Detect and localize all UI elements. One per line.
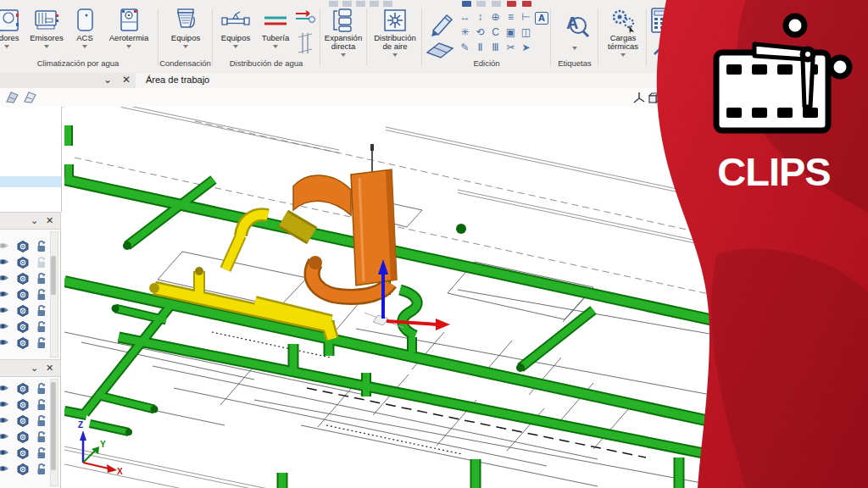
layer-hexagon-icon[interactable] bbox=[17, 415, 29, 427]
ribbon-button-distribucion-aire[interactable]: Distribución de aire bbox=[369, 7, 421, 57]
panel-scrollbar[interactable] bbox=[50, 231, 58, 358]
visibility-eye-icon[interactable] bbox=[0, 431, 9, 441]
edit-arc-icon[interactable]: C bbox=[488, 25, 503, 40]
axes-tripod-icon[interactable] bbox=[632, 91, 646, 105]
edit-cut-icon[interactable]: ✂ bbox=[504, 41, 518, 55]
ribbon-button-riser-pipe[interactable] bbox=[294, 30, 316, 59]
edit-move-vertical-icon[interactable]: ↕ bbox=[473, 10, 487, 25]
dropdown-arrow-icon bbox=[4, 45, 9, 48]
ribbon-button-emisores[interactable]: Emisores bbox=[25, 7, 68, 48]
ribbon-button-draw[interactable] bbox=[426, 10, 455, 41]
ribbon-button-cargas-termicas[interactable]: Cargas térmicas bbox=[602, 7, 644, 57]
visibility-eye-icon[interactable] bbox=[0, 399, 9, 409]
toolbar-fragment-icon[interactable] bbox=[342, 1, 352, 7]
layer-hexagon-icon[interactable] bbox=[17, 289, 29, 301]
visibility-eye-icon[interactable] bbox=[0, 415, 9, 425]
layer-hexagon-icon[interactable] bbox=[17, 241, 29, 252]
cube-3d-icon[interactable] bbox=[647, 91, 662, 105]
tab-collapse-chevron-icon[interactable]: ⌄ bbox=[103, 74, 112, 86]
panel-collapse-chevron-icon[interactable]: ⌄ bbox=[31, 215, 38, 226]
lock-open-icon[interactable] bbox=[36, 383, 47, 395]
lock-open-icon[interactable] bbox=[36, 463, 47, 475]
panel-scrollbar[interactable] bbox=[50, 379, 58, 486]
edit-array-icon[interactable]: ✳ bbox=[458, 25, 472, 40]
edit-copy-icon[interactable]: ▣ bbox=[504, 25, 518, 40]
edit-move-icon[interactable]: ⊕ bbox=[488, 10, 503, 25]
ribbon-button-acs[interactable]: ACS bbox=[68, 7, 102, 48]
toolbar-fragment-icon[interactable] bbox=[522, 1, 531, 7]
tab-area-de-trabajo[interactable]: Área de trabajo bbox=[136, 73, 868, 88]
edit-measure-icon[interactable]: ◫ bbox=[519, 25, 533, 40]
layer-hexagon-icon[interactable] bbox=[17, 447, 29, 459]
lock-open-icon[interactable] bbox=[36, 431, 47, 443]
lock-open-icon[interactable] bbox=[36, 321, 47, 333]
orbit-view-icon[interactable] bbox=[661, 92, 673, 103]
ribbon-button-expansion-directa[interactable]: Expansión directa bbox=[320, 7, 366, 57]
visibility-eye-icon[interactable] bbox=[0, 273, 9, 283]
panel-close-icon[interactable]: ✕ bbox=[46, 215, 53, 226]
panel-close-icon[interactable]: ✕ bbox=[46, 363, 53, 374]
ribbon-button-tuberia[interactable]: Tubería bbox=[257, 7, 294, 48]
visibility-eye-icon[interactable] bbox=[0, 383, 9, 393]
edit-pin-icon[interactable]: ➤ bbox=[519, 41, 533, 55]
toolbar-fragment-icon[interactable] bbox=[383, 1, 392, 7]
ribbon-button-aerotermia[interactable]: Aerotermia bbox=[103, 7, 154, 48]
edit-sketch-icon[interactable]: ✎ bbox=[458, 41, 472, 55]
panel-collapse-chevron-icon[interactable]: ⌄ bbox=[31, 363, 38, 374]
edit-align-icon[interactable]: ≡ bbox=[504, 10, 518, 25]
panel-scrollbar-thumb[interactable] bbox=[51, 382, 56, 470]
layer-hexagon-icon[interactable] bbox=[17, 257, 29, 269]
ribbon-button-wizard[interactable] bbox=[651, 36, 675, 61]
toolbar-fragment-icon[interactable] bbox=[492, 1, 501, 7]
visibility-eye-icon[interactable] bbox=[0, 321, 9, 331]
lock-open-icon[interactable] bbox=[36, 399, 47, 411]
ribbon-button-water-return[interactable] bbox=[294, 8, 316, 30]
ribbon-button-equipos-condensacion[interactable]: Equipos bbox=[163, 7, 209, 48]
ribbon-button-acumuladores[interactable]: adores bbox=[0, 7, 27, 48]
toolbar-fragment-icon[interactable] bbox=[370, 1, 379, 7]
visibility-eye-icon[interactable] bbox=[0, 305, 9, 315]
layer-hexagon-icon[interactable] bbox=[17, 399, 29, 411]
lock-open-icon[interactable] bbox=[36, 447, 47, 459]
toolbar-fragment-icon[interactable] bbox=[476, 1, 486, 7]
ribbon-button-etiquetas[interactable]: A bbox=[559, 10, 590, 44]
layer-hexagon-icon[interactable] bbox=[17, 321, 29, 333]
visibility-eye-icon[interactable] bbox=[0, 337, 9, 347]
edit-text-icon[interactable]: A bbox=[535, 12, 548, 25]
toolbar-fragment-icon[interactable] bbox=[329, 1, 338, 7]
layer-hexagon-icon[interactable] bbox=[17, 273, 29, 285]
toolbar-fragment-icon[interactable] bbox=[356, 1, 365, 7]
toolbar-fragment-icon[interactable] bbox=[507, 1, 516, 7]
visibility-eye-icon[interactable] bbox=[0, 447, 9, 458]
layer-hexagon-icon[interactable] bbox=[17, 305, 29, 317]
visibility-eye-icon[interactable] bbox=[0, 241, 9, 251]
edit-columns3-icon[interactable]: Ⅲ bbox=[488, 41, 503, 55]
ribbon-button-equipos-agua[interactable]: Equipos bbox=[215, 7, 256, 48]
edit-columns2-icon[interactable]: Ⅱ bbox=[473, 41, 487, 55]
view-page-alt-icon[interactable] bbox=[23, 91, 37, 103]
panel-scrollbar-thumb[interactable] bbox=[51, 256, 56, 295]
tab-close-icon[interactable]: ✕ bbox=[122, 74, 131, 86]
view-page-icon[interactable] bbox=[5, 91, 19, 103]
lock-open-icon[interactable] bbox=[36, 337, 47, 349]
lock-open-icon[interactable] bbox=[36, 305, 47, 317]
visibility-eye-icon[interactable] bbox=[0, 463, 9, 474]
layer-hexagon-icon[interactable] bbox=[17, 383, 29, 395]
lock-open-icon[interactable] bbox=[36, 415, 47, 427]
visibility-eye-icon[interactable] bbox=[0, 289, 9, 299]
layer-hexagon-icon[interactable] bbox=[17, 431, 29, 443]
toolbar-fragment-icon[interactable] bbox=[462, 1, 471, 7]
ribbon-button-calcular[interactable] bbox=[649, 7, 675, 37]
edit-mirror-icon[interactable]: ↔ bbox=[458, 10, 472, 25]
work-area-3d-view[interactable]: Z Y X bbox=[64, 107, 868, 488]
lock-open-icon[interactable] bbox=[36, 257, 47, 269]
layer-hexagon-icon[interactable] bbox=[17, 463, 29, 475]
visibility-eye-icon[interactable] bbox=[0, 257, 9, 267]
lock-open-icon[interactable] bbox=[36, 273, 47, 285]
selected-list-row[interactable] bbox=[0, 176, 61, 187]
edit-rotate-icon[interactable]: ⟲ bbox=[473, 25, 487, 40]
layer-hexagon-icon[interactable] bbox=[17, 337, 29, 349]
lock-open-icon[interactable] bbox=[36, 241, 47, 252]
lock-open-icon[interactable] bbox=[36, 289, 47, 301]
edit-trim-icon[interactable]: ⊢ bbox=[519, 10, 533, 25]
